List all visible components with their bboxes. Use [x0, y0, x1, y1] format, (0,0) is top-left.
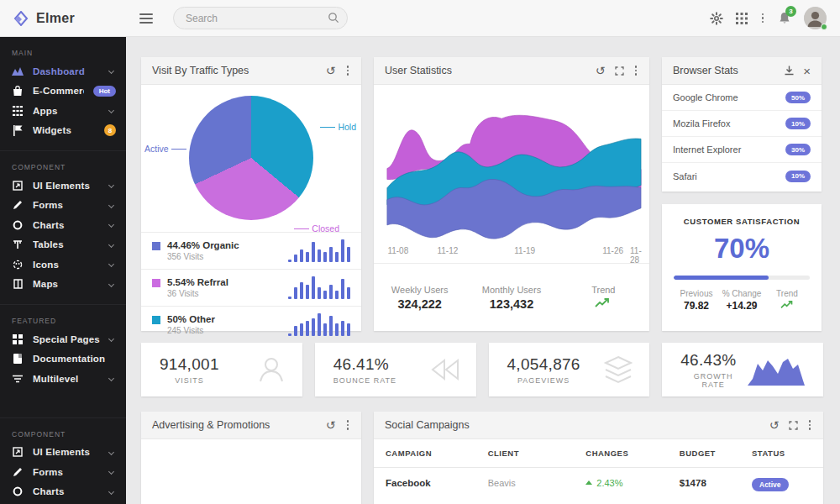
search-input[interactable] — [173, 7, 348, 29]
pie-graphic — [189, 96, 313, 220]
online-status-dot — [821, 24, 827, 30]
share-badge: 50% — [785, 92, 811, 103]
sidebar-section-main: MAIN Dashboard E-Commerce Hot Apps — [0, 37, 126, 140]
brand-name: Elmer — [36, 11, 75, 26]
main-content: Visit By Traffic Types ↺ Active Hold Clo… — [126, 37, 840, 504]
chevron-down-icon — [108, 242, 114, 248]
browser-row-safari: Safari 10% — [662, 163, 822, 189]
sidebar-item-special-pages[interactable]: Special Pages — [0, 329, 126, 349]
download-icon[interactable] — [785, 66, 794, 76]
sidebar-item-apps[interactable]: Apps — [0, 101, 126, 121]
refresh-icon[interactable]: ↺ — [769, 419, 780, 431]
rewind-icon — [428, 357, 461, 382]
browser-row-ie: Internet Explorer 30% — [662, 137, 822, 163]
user-statistics-card: User Statistics ↺ — [374, 57, 649, 331]
expand-icon[interactable] — [615, 66, 624, 76]
apps-grid-icon — [12, 106, 24, 116]
sidebar-item-forms[interactable]: Forms — [0, 462, 126, 482]
chevron-down-icon — [108, 281, 114, 287]
settings-gear-icon[interactable] — [710, 12, 723, 25]
chevron-down-icon — [108, 469, 114, 475]
book-icon — [12, 354, 24, 364]
search-icon[interactable] — [328, 12, 339, 27]
flag-icon — [12, 125, 24, 136]
advertising-chart — [141, 439, 361, 504]
sidebar-item-charts[interactable]: Charts — [0, 215, 126, 235]
legend-row-referral: 5.54% Refrral 36 Visits — [141, 269, 361, 306]
card-menu-icon[interactable] — [807, 418, 813, 432]
card-title: Visit By Traffic Types — [152, 65, 249, 76]
legend-swatch — [152, 316, 160, 324]
share-badge: 30% — [785, 144, 811, 155]
close-icon[interactable]: × — [803, 65, 811, 77]
traffic-pie-chart: Active Hold Closed — [141, 85, 361, 232]
customer-satisfaction-card: CUSTOMER SATISFACTION 70% Previous 79.82… — [662, 204, 822, 331]
card-menu-icon[interactable] — [345, 64, 351, 77]
share-badge: 10% — [785, 118, 811, 129]
browser-row-firefox: Mozila Firefox 10% — [662, 111, 822, 137]
hot-badge: Hot — [93, 86, 116, 97]
sidebar-item-multilevel[interactable]: Multilevel — [0, 369, 126, 389]
chevron-down-icon — [108, 108, 114, 113]
sidebar-item-ecommerce[interactable]: E-Commerce Hot — [0, 81, 126, 102]
brand[interactable]: Elmer — [0, 11, 126, 26]
sidebar-item-icons[interactable]: Icons — [0, 255, 126, 275]
user-statistics-footer: Weekly Users 324,222 Monthly Users 123,4… — [374, 263, 649, 331]
sidebar-item-maps[interactable]: Maps — [0, 275, 126, 295]
chevron-down-icon — [108, 375, 114, 381]
sidebar-item-widgets[interactable]: Widgets 8 — [0, 121, 126, 141]
apps-grid-icon[interactable] — [736, 13, 748, 24]
sidebar-item-dashboard[interactable]: Dashboard — [0, 61, 126, 81]
table-header-row: CAMPAIGN CLIENT CHANGES BUDGET STATUS — [374, 439, 823, 468]
sidebar-item-charts[interactable]: Charts — [0, 482, 126, 502]
social-campaigns-card: Social Campaigns ↺ CAMPAIGN CLIENT CHANG… — [374, 412, 823, 504]
sidebar-section-featured: FEATURED Special Pages Documentation Mul… — [0, 304, 126, 389]
more-options-icon[interactable] — [760, 12, 766, 25]
visit-traffic-card: Visit By Traffic Types ↺ Active Hold Clo… — [141, 57, 361, 331]
advertising-card: Advertising & Promotions ↺ — [141, 412, 361, 504]
chevron-down-icon — [108, 182, 114, 188]
user-statistics-streamgraph — [374, 85, 649, 244]
x-axis-labels: 11-08 11-12 11-19 11-26 11-28 — [374, 244, 649, 263]
card-title: Social Campaigns — [385, 419, 470, 431]
satisfaction-progress-bar — [674, 276, 810, 280]
share-badge: 10% — [785, 171, 811, 182]
menu-toggle-icon[interactable] — [139, 13, 153, 24]
trend-up-icon — [764, 300, 810, 312]
card-title: User Statistics — [385, 65, 452, 76]
card-menu-icon[interactable] — [345, 418, 351, 432]
sparkline-bars — [288, 239, 351, 262]
section-label: COMPONENT — [0, 151, 126, 176]
pie-label-closed: Closed — [291, 223, 339, 234]
browser-row-chrome: Google Chrome 50% — [662, 85, 822, 111]
smiley-icon — [12, 260, 24, 270]
card-title: Advertising & Promotions — [152, 419, 270, 431]
donut-chart-icon — [12, 220, 24, 230]
refresh-icon[interactable]: ↺ — [326, 65, 336, 76]
refresh-icon[interactable]: ↺ — [326, 419, 336, 431]
sidebar-item-ui-elements[interactable]: UI Elements — [0, 443, 126, 463]
sidebar-item-ui-elements[interactable]: UI Elements — [0, 176, 126, 196]
sidebar-item-documentation[interactable]: Documentation — [0, 349, 126, 370]
sidebar-item-tables[interactable]: Tables — [0, 235, 126, 255]
chevron-down-icon — [108, 449, 114, 455]
pencil-icon — [12, 467, 24, 477]
pie-label-active: Active — [144, 144, 189, 154]
pie-label-hold: Hold — [318, 122, 356, 132]
chevron-down-icon — [108, 222, 114, 228]
notifications-bell-icon[interactable]: 3 — [778, 11, 791, 25]
kpi-bounce-rate: 46.41% BOUNCE RATE — [315, 343, 476, 396]
chevron-down-icon — [108, 261, 114, 267]
expand-icon[interactable] — [789, 421, 798, 430]
legend-swatch — [152, 242, 160, 250]
table-icon — [12, 239, 24, 249]
refresh-icon[interactable]: ↺ — [596, 65, 606, 76]
sidebar-item-forms[interactable]: Forms — [0, 196, 126, 216]
satisfaction-heading: CUSTOMER SATISFACTION — [674, 217, 810, 226]
user-avatar[interactable] — [804, 7, 827, 29]
chevron-down-icon — [108, 68, 114, 74]
campaigns-table: CAMPAIGN CLIENT CHANGES BUDGET STATUS Fa… — [374, 439, 823, 497]
card-menu-icon[interactable] — [633, 64, 639, 77]
sparkline-bars — [288, 313, 351, 336]
legend-row-organic: 44.46% Organic 356 Visits — [141, 232, 361, 269]
